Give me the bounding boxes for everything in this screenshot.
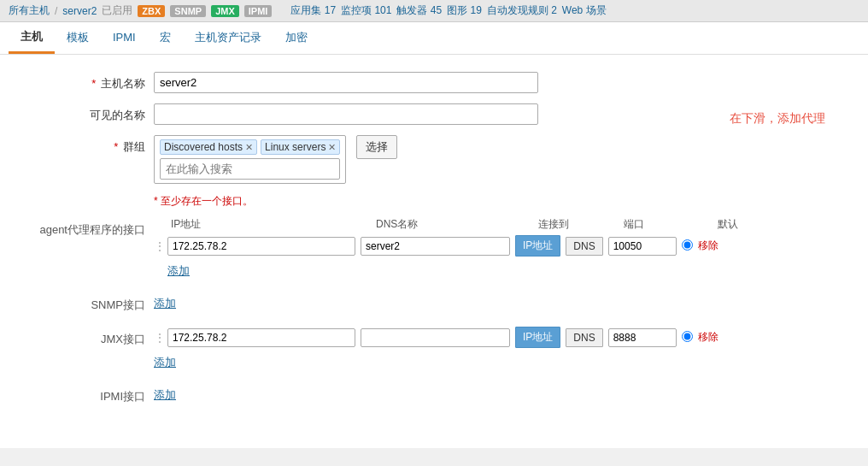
agent-add-link[interactable]: 添加 bbox=[167, 263, 190, 279]
tag-linux-servers: Linux servers ✕ bbox=[261, 139, 340, 155]
visiblename-label: 可见的名称 bbox=[17, 103, 154, 123]
drag-handle-jmx[interactable]: ⋮ bbox=[154, 331, 162, 345]
agent-default-radio-wrapper bbox=[682, 239, 693, 253]
snmp-interface-section: SNMP接口 添加 bbox=[17, 292, 851, 313]
jmx-dns-input[interactable] bbox=[361, 328, 510, 347]
jmx-remove-link[interactable]: 移除 bbox=[698, 330, 718, 345]
status-badge: 已启用 bbox=[102, 3, 132, 18]
snmp-interface-label: SNMP接口 bbox=[17, 292, 154, 313]
ipmi-interface-label: IPMI接口 bbox=[17, 384, 154, 404]
tag-discovered-hosts-close[interactable]: ✕ bbox=[245, 142, 253, 153]
badge-ipmi[interactable]: IPMI bbox=[244, 5, 273, 17]
visiblename-row: 可见的名称 bbox=[17, 103, 851, 125]
top-bar: 所有主机 / server2 已启用 ZBX SNMP JMX IPMI 应用集… bbox=[0, 0, 868, 22]
nav-graphs[interactable]: 图形 19 bbox=[447, 3, 482, 18]
agent-remove-link[interactable]: 移除 bbox=[698, 239, 718, 253]
agent-interface-content: IP地址 DNS名称 连接到 端口 默认 ⋮ IP地址 DNS 移除 bbox=[154, 217, 851, 279]
visiblename-input[interactable] bbox=[154, 103, 538, 125]
jmx-default-radio-wrapper bbox=[682, 331, 693, 345]
ipmi-interface-content: 添加 bbox=[154, 384, 851, 403]
tab-macro[interactable]: 宏 bbox=[148, 23, 183, 54]
form-content: 在下滑，添加代理 * 主机名称 可见的名称 * 群组 bbox=[0, 55, 868, 448]
agent-interface-row: ⋮ IP地址 DNS 移除 bbox=[154, 235, 851, 257]
separator1: / bbox=[55, 5, 57, 17]
agent-default-radio[interactable] bbox=[682, 239, 693, 251]
groups-required-star: * bbox=[114, 140, 118, 153]
col-header-dns: DNS名称 bbox=[376, 217, 530, 232]
tab-host[interactable]: 主机 bbox=[9, 22, 55, 54]
jmx-ip-input[interactable] bbox=[167, 328, 355, 347]
col-header-port: 端口 bbox=[624, 217, 709, 232]
group-tags-container[interactable]: Discovered hosts ✕ Linux servers ✕ bbox=[154, 135, 346, 184]
groups-row: * 群组 Discovered hosts ✕ Linux servers ✕ bbox=[17, 135, 851, 184]
ipmi-add-link[interactable]: 添加 bbox=[154, 387, 176, 403]
badge-snmp[interactable]: SNMP bbox=[170, 5, 206, 17]
tag-linux-servers-close[interactable]: ✕ bbox=[328, 142, 336, 153]
agent-connect-dns-btn[interactable]: DNS bbox=[566, 237, 602, 256]
groups-select-button[interactable]: 选择 bbox=[356, 135, 397, 159]
snmp-add-link[interactable]: 添加 bbox=[154, 296, 176, 311]
at-least-one-notice: * 至少存在一个接口。 bbox=[154, 194, 851, 209]
agent-interface-header: IP地址 DNS名称 连接到 端口 默认 bbox=[154, 217, 851, 232]
breadcrumb-all-hosts[interactable]: 所有主机 bbox=[9, 3, 50, 18]
jmx-default-radio[interactable] bbox=[682, 331, 693, 342]
jmx-interface-content: ⋮ IP地址 DNS 移除 添加 bbox=[154, 327, 851, 370]
group-search-input[interactable] bbox=[160, 158, 340, 180]
col-header-ip: IP地址 bbox=[171, 217, 367, 232]
tags-row: Discovered hosts ✕ Linux servers ✕ bbox=[160, 139, 340, 155]
hostname-field bbox=[154, 72, 851, 93]
nav-web[interactable]: Web 场景 bbox=[562, 3, 607, 18]
jmx-interface-row: ⋮ IP地址 DNS 移除 bbox=[154, 327, 851, 348]
nav-discovery[interactable]: 自动发现规则 2 bbox=[487, 3, 557, 18]
hostname-input[interactable] bbox=[154, 72, 538, 93]
jmx-port-input[interactable] bbox=[608, 328, 677, 347]
groups-field: Discovered hosts ✕ Linux servers ✕ 选择 bbox=[154, 135, 851, 184]
tab-encrypt[interactable]: 加密 bbox=[273, 23, 320, 54]
jmx-connect-dns-btn[interactable]: DNS bbox=[566, 328, 602, 347]
agent-connect-ip-btn[interactable]: IP地址 bbox=[515, 235, 560, 257]
hostname-row: * 主机名称 bbox=[17, 72, 851, 93]
required-star: * bbox=[91, 77, 96, 90]
groups-label: * 群组 bbox=[17, 135, 154, 155]
nav-apps[interactable]: 应用集 17 bbox=[290, 3, 336, 18]
badge-jmx[interactable]: JMX bbox=[211, 5, 239, 17]
snmp-interface-content: 添加 bbox=[154, 292, 851, 311]
agent-interface-label: agent代理程序的接口 bbox=[17, 217, 154, 238]
col-header-connect: 连接到 bbox=[538, 217, 615, 232]
tag-discovered-hosts: Discovered hosts ✕ bbox=[160, 139, 257, 155]
ipmi-interface-section: IPMI接口 添加 bbox=[17, 384, 851, 404]
tab-asset[interactable]: 主机资产记录 bbox=[183, 23, 273, 54]
sub-tabs: 主机 模板 IPMI 宏 主机资产记录 加密 bbox=[0, 22, 868, 55]
drag-handle-agent[interactable]: ⋮ bbox=[154, 239, 162, 253]
jmx-interface-section: JMX接口 ⋮ IP地址 DNS 移除 添加 bbox=[17, 327, 851, 370]
badge-zbx[interactable]: ZBX bbox=[138, 5, 165, 17]
agent-interface-section: agent代理程序的接口 IP地址 DNS名称 连接到 端口 默认 ⋮ IP地址… bbox=[17, 217, 851, 279]
nav-triggers[interactable]: 触发器 45 bbox=[396, 3, 442, 18]
jmx-add-link[interactable]: 添加 bbox=[154, 355, 176, 370]
tab-ipmi[interactable]: IPMI bbox=[101, 24, 148, 52]
breadcrumb-server2[interactable]: server2 bbox=[62, 5, 97, 17]
agent-dns-input[interactable] bbox=[361, 237, 510, 256]
hostname-label: * 主机名称 bbox=[17, 72, 154, 91]
jmx-interface-label: JMX接口 bbox=[17, 327, 154, 347]
nav-items[interactable]: 监控项 101 bbox=[341, 3, 391, 18]
col-header-default: 默认 bbox=[718, 217, 760, 232]
agent-port-input[interactable] bbox=[608, 237, 677, 256]
jmx-connect-ip-btn[interactable]: IP地址 bbox=[515, 327, 560, 348]
agent-ip-input[interactable] bbox=[167, 237, 355, 256]
hint-text: 在下滑，添加代理 bbox=[730, 111, 825, 127]
tab-template[interactable]: 模板 bbox=[55, 23, 101, 54]
